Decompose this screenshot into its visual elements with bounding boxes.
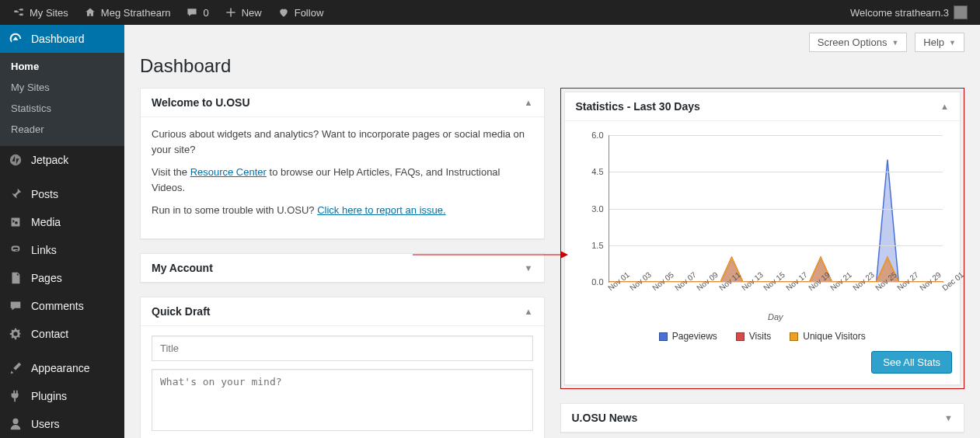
- comment-icon: [186, 6, 198, 19]
- sidebar-item-users[interactable]: Users: [0, 410, 124, 438]
- news-widget: U.OSU News ▼: [560, 403, 965, 433]
- sidebar-sub-statistics[interactable]: Statistics: [0, 98, 124, 119]
- quick-draft-widget: Quick Draft ▲ Save Draft: [140, 297, 545, 439]
- dashboard-icon: [8, 31, 23, 47]
- svg-marker-2: [560, 251, 568, 259]
- toolbar-my-sites-label: My Sites: [30, 7, 68, 19]
- see-all-stats-button[interactable]: See All Stats: [871, 351, 952, 374]
- welcome-p2: Visit the Resource Center to browse our …: [152, 165, 533, 195]
- sidebar-item-contact[interactable]: Contact: [0, 320, 124, 348]
- draft-title-input[interactable]: [152, 335, 533, 361]
- toolbar-account[interactable]: Welcome strathearn.3: [844, 0, 974, 25]
- comment-icon: [8, 298, 23, 314]
- sidebar-item-posts[interactable]: Posts: [0, 180, 124, 208]
- sidebar-item-links[interactable]: Links: [0, 236, 124, 264]
- sidebar-item-label: Media: [31, 216, 61, 228]
- svg-point-0: [10, 155, 21, 165]
- legend-pageviews: Pageviews: [659, 329, 717, 343]
- brush-icon: [8, 360, 23, 376]
- avatar: [954, 5, 968, 19]
- sidebar-item-pages[interactable]: Pages: [0, 264, 124, 292]
- sidebar-submenu: Home My Sites Statistics Reader: [0, 53, 124, 146]
- sidebar-sub-home[interactable]: Home: [0, 56, 124, 77]
- legend-unique: Unique Visitors: [790, 329, 865, 343]
- user-icon: [8, 416, 23, 432]
- sidebar-item-appearance[interactable]: Appearance: [0, 354, 124, 382]
- network-icon: [12, 6, 25, 19]
- sidebar-item-comments[interactable]: Comments: [0, 292, 124, 320]
- highlight-box: Statistics - Last 30 Days ▲ 0.01.53.04.5…: [560, 88, 965, 389]
- toolbar-site-label: Meg Strathearn: [101, 7, 171, 19]
- sidebar-sub-mysites[interactable]: My Sites: [0, 77, 124, 98]
- news-title: U.OSU News: [572, 412, 638, 424]
- chevron-down-icon[interactable]: ▼: [944, 413, 953, 422]
- my-account-title: My Account: [152, 262, 213, 274]
- quick-draft-title: Quick Draft: [152, 305, 210, 318]
- sidebar-item-label: Jetpack: [31, 154, 68, 166]
- chevron-down-icon: ▼: [949, 39, 956, 47]
- legend-visits: Visits: [736, 329, 771, 343]
- admin-toolbar: My Sites Meg Strathearn 0 New Follow Wel…: [0, 0, 980, 25]
- sidebar-item-label: Links: [31, 244, 57, 256]
- draft-content-input[interactable]: [152, 369, 533, 431]
- jetpack-icon: [8, 152, 23, 168]
- chevron-down-icon: ▼: [891, 39, 898, 47]
- toolbar-comments[interactable]: 0: [180, 0, 214, 25]
- report-issue-link[interactable]: Click here to report an issue.: [317, 204, 445, 216]
- statistics-chart: 0.01.53.04.56.0 Nov 01Nov 03Nov 05Nov 07…: [573, 127, 953, 314]
- sidebar-item-label: Dashboard: [31, 33, 85, 45]
- welcome-text: Welcome strathearn.3: [850, 7, 949, 19]
- welcome-p3: Run in to some trouble with U.OSU? Click…: [152, 203, 533, 218]
- sidebar-item-dashboard[interactable]: Dashboard: [0, 25, 124, 53]
- welcome-p1: Curious about widgets and analytics? Wan…: [152, 127, 533, 157]
- chevron-up-icon[interactable]: ▲: [525, 98, 533, 107]
- sidebar-item-label: Contact: [31, 328, 68, 340]
- toolbar-follow-label: Follow: [295, 7, 324, 19]
- link-icon: [8, 242, 23, 258]
- help-button[interactable]: Help▼: [915, 33, 964, 52]
- toolbar-site-name[interactable]: Meg Strathearn: [78, 0, 177, 25]
- sidebar-item-label: Appearance: [31, 362, 90, 374]
- welcome-widget: Welcome to U.OSU ▲ Curious about widgets…: [140, 88, 545, 239]
- statistics-widget: Statistics - Last 30 Days ▲ 0.01.53.04.5…: [564, 92, 961, 385]
- sidebar-item-label: Comments: [31, 300, 84, 312]
- sidebar-item-label: Plugins: [31, 390, 67, 402]
- plug-icon: [8, 388, 23, 404]
- toolbar-new[interactable]: New: [218, 0, 268, 25]
- toolbar-comments-count: 0: [203, 7, 208, 19]
- x-axis-label: Day: [609, 311, 943, 324]
- statistics-header[interactable]: Statistics - Last 30 Days ▲: [565, 92, 961, 121]
- chevron-up-icon[interactable]: ▲: [525, 307, 533, 316]
- sidebar-sub-reader[interactable]: Reader: [0, 119, 124, 140]
- main-content: Screen Options▼ Help▼ Dashboard Welcome …: [124, 25, 980, 438]
- media-icon: [8, 214, 23, 230]
- sidebar-item-label: Pages: [31, 272, 62, 284]
- admin-sidebar: Dashboard Home My Sites Statistics Reade…: [0, 25, 124, 438]
- sidebar-item-jetpack[interactable]: Jetpack: [0, 146, 124, 174]
- resource-center-link[interactable]: Resource Center: [190, 166, 267, 178]
- welcome-widget-header[interactable]: Welcome to U.OSU ▲: [141, 89, 544, 117]
- statistics-title: Statistics - Last 30 Days: [576, 100, 700, 113]
- toolbar-my-sites[interactable]: My Sites: [6, 0, 75, 25]
- chevron-down-icon[interactable]: ▼: [525, 263, 533, 273]
- toolbar-follow[interactable]: Follow: [271, 0, 330, 25]
- page-icon: [8, 270, 23, 286]
- page-title: Dashboard: [140, 55, 964, 77]
- sidebar-item-media[interactable]: Media: [0, 208, 124, 236]
- sidebar-item-plugins[interactable]: Plugins: [0, 382, 124, 410]
- home-icon: [84, 6, 96, 19]
- news-header[interactable]: U.OSU News ▼: [561, 404, 964, 432]
- screen-options-button[interactable]: Screen Options▼: [809, 33, 908, 52]
- plus-icon: [225, 6, 237, 19]
- chart-legend: Pageviews Visits Unique Visitors: [573, 329, 953, 343]
- highlight-arrow: [413, 249, 568, 257]
- chevron-up-icon[interactable]: ▲: [940, 102, 949, 111]
- gear-icon: [8, 326, 23, 342]
- sidebar-item-label: Users: [31, 418, 60, 430]
- sidebar-item-label: Posts: [31, 188, 58, 200]
- welcome-title: Welcome to U.OSU: [152, 96, 250, 109]
- quick-draft-header[interactable]: Quick Draft ▲: [141, 297, 544, 326]
- toolbar-new-label: New: [242, 7, 262, 19]
- heart-icon: [277, 6, 290, 19]
- pin-icon: [8, 186, 23, 202]
